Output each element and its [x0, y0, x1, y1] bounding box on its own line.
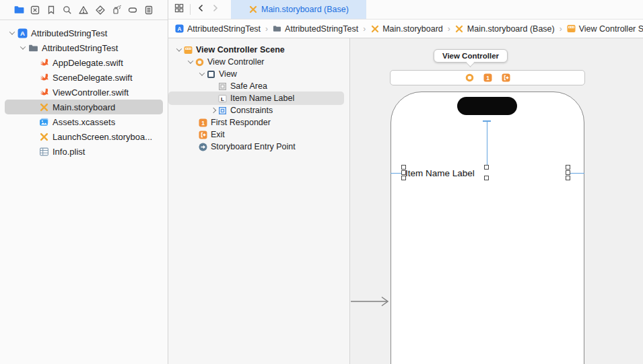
file-row[interactable]: SceneDelegate.swift: [0, 70, 168, 85]
breadcrumb-item-storyboard[interactable]: Main.storyboard: [370, 24, 443, 34]
breadcrumb-separator: ›: [363, 24, 366, 34]
view-controller-icon: [195, 58, 204, 67]
disclosure-chevron-icon[interactable]: [175, 48, 183, 52]
source-control-icon[interactable]: [28, 3, 42, 17]
outline-row-view[interactable]: View: [168, 68, 349, 80]
view-controller-device-frame[interactable]: [391, 92, 584, 364]
folder-icon: [28, 43, 38, 53]
canvas-item-name-label[interactable]: Item Name Label: [405, 166, 475, 180]
svg-text:L: L: [221, 96, 224, 102]
xcode-window: A AttributedStringTest AttributedStringT…: [0, 0, 643, 364]
bookmarks-icon[interactable]: [44, 3, 58, 17]
outline-row-scene[interactable]: View Controller Scene: [168, 44, 349, 56]
outline-row-first-responder[interactable]: 1 First Responder: [168, 116, 349, 129]
file-label: Main.storyboard: [53, 102, 115, 112]
resize-handle[interactable]: [401, 165, 406, 170]
search-icon[interactable]: [61, 3, 74, 17]
navigator-toolbar: [0, 0, 168, 20]
exit-icon[interactable]: [502, 73, 510, 82]
file-row-project[interactable]: A AttributedStringTest: [0, 26, 168, 40]
storyboard-entry-arrow[interactable]: [351, 296, 390, 310]
outline-row-exit[interactable]: Exit: [168, 129, 349, 141]
resize-handle[interactable]: [566, 176, 570, 180]
editor-tab-bar: Main.storyboard (Base): [168, 0, 643, 20]
breadcrumb-label: Main.storyboard (Base): [467, 24, 555, 34]
trailing-constraint-line[interactable]: [570, 173, 584, 174]
breadcrumb-item-group[interactable]: AttributedStringTest: [273, 24, 358, 34]
svg-text:A: A: [20, 30, 25, 37]
forward-button[interactable]: [209, 3, 220, 16]
breakpoints-icon[interactable]: [126, 3, 139, 17]
file-label: AttributedStringTest: [42, 43, 118, 53]
tab-main-storyboard[interactable]: Main.storyboard (Base): [231, 0, 366, 19]
interface-builder-canvas[interactable]: View Controller 1: [350, 38, 643, 364]
outline-row-view-controller[interactable]: View Controller: [168, 56, 349, 68]
file-label: AppDelegate.swift: [53, 58, 123, 68]
disclosure-chevron-icon[interactable]: [198, 72, 206, 76]
project-file-tree: A AttributedStringTest AttributedStringT…: [0, 20, 168, 159]
swift-file-icon: [39, 73, 49, 83]
svg-text:1: 1: [201, 119, 205, 126]
svg-text:A: A: [177, 26, 181, 32]
file-row[interactable]: LaunchScreen.storyboa...: [0, 129, 168, 144]
scene-icon: [184, 46, 193, 54]
navigator-sidebar: A AttributedStringTest AttributedStringT…: [0, 0, 168, 364]
disclosure-chevron-icon[interactable]: [187, 60, 195, 64]
breadcrumb: A AttributedStringTest › AttributedStrin…: [168, 20, 643, 38]
resize-handle[interactable]: [401, 170, 406, 175]
leading-constraint-line[interactable]: [391, 173, 402, 174]
breadcrumb-item-scene[interactable]: View Controller Scene: [567, 24, 643, 34]
reports-icon[interactable]: [142, 3, 156, 17]
dynamic-island: [457, 97, 517, 115]
back-button[interactable]: [196, 3, 207, 16]
resize-handle[interactable]: [484, 176, 489, 180]
breadcrumb-label: AttributedStringTest: [187, 24, 261, 34]
resize-handle[interactable]: [566, 170, 570, 175]
file-row-group[interactable]: AttributedStringTest: [0, 40, 168, 55]
outline-row-safe-area[interactable]: Safe Area: [168, 80, 349, 92]
breadcrumb-item-storyboard-base[interactable]: Main.storyboard (Base): [455, 24, 555, 34]
exit-icon: [199, 131, 207, 139]
editor-area: Main.storyboard (Base) A AttributedStrin…: [168, 0, 643, 364]
breadcrumb-label: Main.storyboard: [382, 24, 443, 34]
outline-row-item-name-label[interactable]: L Item Name Label: [168, 92, 349, 104]
file-row-selected[interactable]: Main.storyboard: [0, 100, 168, 114]
tab-label: Main.storyboard (Base): [261, 5, 349, 14]
tests-icon[interactable]: [94, 3, 107, 17]
breadcrumb-item-project[interactable]: A AttributedStringTest: [175, 24, 261, 34]
file-row[interactable]: AppDelegate.swift: [0, 55, 168, 70]
project-navigator-icon[interactable]: [12, 3, 26, 17]
outline-label: View Controller: [207, 57, 265, 67]
related-items-icon[interactable]: [174, 3, 184, 16]
file-row[interactable]: ViewController.swift: [0, 85, 168, 100]
project-app-icon: A: [18, 28, 28, 38]
file-row[interactable]: Info.plist: [0, 144, 168, 159]
outline-row-constraints[interactable]: Constraints: [168, 104, 349, 116]
issues-icon[interactable]: [77, 3, 90, 17]
swift-file-icon: [39, 87, 49, 98]
resize-handle[interactable]: [566, 165, 570, 170]
swift-file-icon: [39, 58, 49, 68]
breadcrumb-separator: ›: [560, 24, 562, 34]
plist-icon: [39, 147, 49, 157]
debug-icon[interactable]: [110, 3, 123, 17]
resize-handle[interactable]: [401, 176, 406, 180]
view-controller-icon[interactable]: [465, 73, 474, 82]
project-app-icon: A: [175, 24, 184, 33]
breadcrumb-separator: ›: [448, 24, 450, 34]
disclosure-chevron-icon[interactable]: [19, 46, 27, 50]
file-label: Assets.xcassets: [53, 117, 115, 127]
resize-handle[interactable]: [484, 165, 489, 170]
outline-label: Safe Area: [230, 81, 267, 91]
outline-label: View Controller Scene: [196, 45, 285, 54]
disclosure-chevron-icon[interactable]: [8, 31, 16, 35]
file-label: ViewController.swift: [53, 87, 129, 98]
scene-icon: [567, 24, 576, 33]
view-icon: [207, 70, 215, 79]
file-row[interactable]: Assets.xcassets: [0, 114, 168, 129]
storyboard-icon: [370, 24, 379, 33]
outline-row-entry-point[interactable]: Storyboard Entry Point: [168, 141, 349, 153]
first-responder-icon[interactable]: 1: [483, 73, 492, 82]
disclosure-chevron-icon[interactable]: [209, 108, 217, 112]
top-constraint-line[interactable]: [487, 120, 488, 166]
